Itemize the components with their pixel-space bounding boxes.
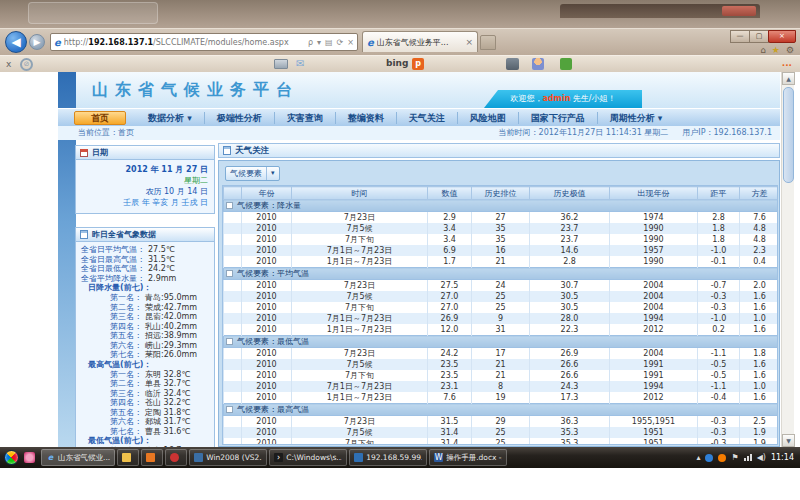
- cell-数值: 23.5: [428, 370, 472, 381]
- ie-favicon: e: [54, 37, 61, 48]
- tray-app-orange-icon[interactable]: [718, 454, 726, 462]
- group-checkbox[interactable]: [226, 338, 233, 345]
- task-button-5[interactable]: ›C:\Windows\s...: [269, 449, 347, 466]
- quicklaunch-icon[interactable]: [24, 452, 35, 463]
- favorites-icon[interactable]: ★: [772, 45, 780, 55]
- task-button-4[interactable]: Win2008 (VS2...: [189, 449, 267, 466]
- table-row[interactable]: 20107月23日27.52430.72004-0.72.0: [224, 280, 779, 292]
- table-row[interactable]: 20107月下旬31.42535.31951-0.31.9: [224, 438, 779, 445]
- nav-item-2[interactable]: 极端性分析: [204, 112, 274, 124]
- row-spacer-cell: [224, 392, 242, 404]
- cell-历史极值: 2.8: [530, 256, 610, 268]
- url-text[interactable]: http://192.168.137.1/SLCCLIMATE/modules/…: [64, 38, 308, 47]
- table-row[interactable]: 20107月下旬3.43523.719901.84.8: [224, 234, 779, 245]
- home-icon[interactable]: ⌂: [760, 45, 766, 55]
- action-center-flag-icon[interactable]: ⚑: [731, 453, 738, 462]
- table-row[interactable]: 20107月1日～7月23日26.9928.01994-1.01.0: [224, 313, 779, 324]
- user-avatar-icon[interactable]: [532, 58, 544, 70]
- table-row[interactable]: 20107月23日31.52936.31955,1951-0.32.5: [224, 416, 779, 428]
- col-header-0[interactable]: 年份: [242, 187, 292, 200]
- cell-距平: -0.3: [698, 302, 740, 313]
- tab-close-icon[interactable]: ×: [465, 37, 473, 47]
- tray-expand-icon[interactable]: ▴: [696, 453, 700, 462]
- compatibility-view-icon[interactable]: ▤: [325, 38, 333, 47]
- nav-item-8[interactable]: 周期性分析 ▾: [597, 112, 675, 124]
- cell-时间: 7月下旬: [292, 370, 428, 381]
- blocked-plugin-icon[interactable]: ⊘: [20, 58, 33, 71]
- table-row[interactable]: 20101月1日～7月23日12.03122.320120.21.6: [224, 324, 779, 336]
- search-icon[interactable]: ρ: [308, 38, 313, 47]
- table-row[interactable]: 20101月1日～7月23日7.61917.32012-0.41.6: [224, 392, 779, 404]
- page-scrollbar[interactable]: ▲ ▼: [781, 72, 794, 447]
- col-header-6[interactable]: 距平: [698, 187, 740, 200]
- table-row[interactable]: 20107月下旬23.52126.61991-0.51.6: [224, 370, 779, 381]
- table-row[interactable]: 20107月23日2.92736.219742.87.6: [224, 212, 779, 224]
- toolbar-close-icon[interactable]: x: [6, 59, 11, 69]
- address-bar[interactable]: e http://192.168.137.1/SLCCLIMATE/module…: [50, 33, 358, 51]
- tray-app-blue-icon[interactable]: [705, 454, 713, 462]
- cell-距平: -0.1: [698, 256, 740, 268]
- table-row[interactable]: 20107月5候31.42535.31951-0.31.9: [224, 427, 779, 438]
- col-header-1[interactable]: 时间: [292, 187, 428, 200]
- table-row[interactable]: 20107月1日～7月23日6.91614.61957-1.02.3: [224, 245, 779, 256]
- plugin-icon[interactable]: [560, 58, 572, 70]
- col-header-3[interactable]: 历史排位: [472, 187, 530, 200]
- scrollbar-thumb[interactable]: [783, 87, 794, 183]
- cell-时间: 7月5候: [292, 291, 428, 302]
- back-button[interactable]: ◀: [5, 31, 27, 53]
- refresh-icon[interactable]: ⟳: [337, 38, 344, 47]
- browser-tab[interactable]: e 山东省气候业务平... ×: [362, 31, 478, 52]
- table-row[interactable]: 20107月5候23.52126.61991-0.51.6: [224, 359, 779, 370]
- section-icon: [223, 146, 231, 155]
- cell-历史极值: 14.6: [530, 245, 610, 256]
- table-row[interactable]: 20107月5候3.43523.719901.84.8: [224, 223, 779, 234]
- bing-logo[interactable]: bing: [386, 58, 408, 68]
- col-header-2[interactable]: 数值: [428, 187, 472, 200]
- mail-icon[interactable]: ✉: [296, 58, 304, 69]
- climate-element-button[interactable]: 气候要素▾: [225, 166, 280, 181]
- close-button[interactable]: ×: [768, 30, 796, 43]
- settings-gear-icon[interactable]: ⚙: [786, 45, 794, 55]
- stop-icon[interactable]: ×: [347, 38, 354, 47]
- minimize-button[interactable]: —: [730, 30, 750, 43]
- nav-item-4[interactable]: 整编资料: [335, 112, 396, 124]
- volume-icon[interactable]: ◀): [757, 453, 766, 462]
- nav-item-6[interactable]: 风险地图: [457, 112, 518, 124]
- task-button-6[interactable]: 192.168.59.99...: [349, 449, 427, 466]
- maximize-button[interactable]: ▢: [749, 30, 769, 43]
- group-checkbox[interactable]: [226, 406, 233, 413]
- table-row[interactable]: 20107月下旬27.02530.52004-0.31.6: [224, 302, 779, 313]
- table-row[interactable]: 20101月1日～7月23日1.7212.81990-0.10.4: [224, 256, 779, 268]
- group-checkbox[interactable]: [226, 202, 233, 209]
- task-button-7[interactable]: W操作手册.docx -...: [429, 449, 507, 466]
- task-button-3[interactable]: [165, 449, 187, 466]
- table-row[interactable]: 20107月23日24.21726.92004-1.11.8: [224, 348, 779, 360]
- scroll-up-icon[interactable]: ▲: [782, 72, 795, 85]
- network-icon[interactable]: [744, 454, 752, 461]
- nav-item-7[interactable]: 国家下行产品: [518, 112, 597, 124]
- nav-item-3[interactable]: 灾害查询: [274, 112, 335, 124]
- scroll-down-icon[interactable]: ▼: [782, 434, 795, 447]
- table-row[interactable]: 20107月5候27.02530.52004-0.31.6: [224, 291, 779, 302]
- more-icon[interactable]: ...: [782, 58, 792, 68]
- bing-search-icon[interactable]: p: [412, 58, 424, 70]
- search-dropdown-icon[interactable]: ▾: [317, 38, 321, 47]
- start-button[interactable]: [4, 450, 19, 465]
- task-button-1[interactable]: [117, 449, 139, 466]
- new-tab-button[interactable]: [480, 35, 496, 50]
- camera-icon[interactable]: [506, 58, 519, 70]
- col-header-7[interactable]: 方差: [740, 187, 779, 200]
- card-icon[interactable]: [274, 59, 288, 69]
- col-header-5[interactable]: 出现年份: [610, 187, 698, 200]
- task-button-2[interactable]: [141, 449, 163, 466]
- nav-item-0[interactable]: 首页: [74, 111, 126, 125]
- group-checkbox[interactable]: [226, 270, 233, 277]
- task-button-0[interactable]: e山东省气候业...: [41, 449, 115, 466]
- rank-value: 崂山:29.3mm: [142, 341, 197, 351]
- nav-item-5[interactable]: 天气关注: [396, 112, 457, 124]
- clock[interactable]: 11:14: [771, 453, 794, 462]
- col-header-4[interactable]: 历史极值: [530, 187, 610, 200]
- table-row[interactable]: 20107月1日～7月23日23.1824.31994-1.11.0: [224, 381, 779, 392]
- forward-button[interactable]: ▶: [29, 34, 45, 50]
- nav-item-1[interactable]: 数据分析 ▾: [136, 112, 204, 124]
